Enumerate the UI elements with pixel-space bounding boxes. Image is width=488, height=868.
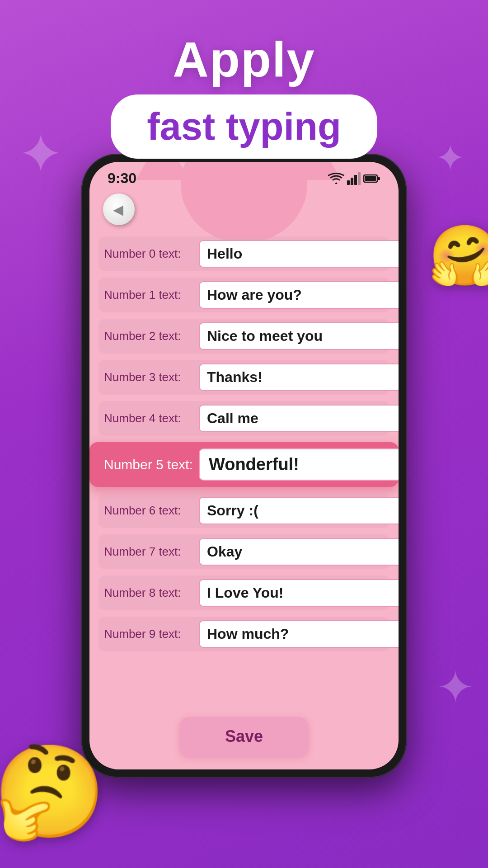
svg-rect-2 xyxy=(354,175,357,185)
back-arrow-icon: ◀ xyxy=(113,202,123,217)
row-input-6[interactable] xyxy=(199,497,399,524)
thinking-emoji: 🤔 xyxy=(0,739,106,845)
row-label-8: Number 8 text: xyxy=(104,586,199,600)
hugging-emoji: 🤗 xyxy=(428,222,488,290)
text-row-8: Number 8 text: xyxy=(99,576,389,610)
row-label-4: Number 4 text: xyxy=(104,411,199,425)
row-label-9: Number 9 text: xyxy=(104,627,199,641)
text-row-4: Number 4 text: xyxy=(99,401,389,436)
row-input-5[interactable] xyxy=(199,448,399,481)
fast-typing-label: fast typing xyxy=(147,105,341,148)
row-label-6: Number 6 text: xyxy=(104,504,199,518)
text-row-6: Number 6 text: xyxy=(99,493,389,528)
signal-icon xyxy=(347,172,361,185)
wifi-icon xyxy=(328,172,344,185)
phone-screen: 9:30 xyxy=(89,162,399,769)
text-row-3: Number 3 text: xyxy=(99,360,389,395)
row-label-1: Number 1 text: xyxy=(104,288,199,302)
phone-mockup: 9:30 xyxy=(81,154,407,778)
status-time: 9:30 xyxy=(108,170,136,187)
row-input-1[interactable] xyxy=(199,281,399,309)
text-rows-container: Number 0 text:Number 1 text:Number 2 tex… xyxy=(89,232,399,769)
row-input-0[interactable] xyxy=(199,240,399,268)
phone-frame: 9:30 xyxy=(81,154,407,778)
save-button[interactable]: Save xyxy=(180,717,308,756)
header: Apply fast typing xyxy=(0,0,488,159)
row-input-4[interactable] xyxy=(199,405,399,432)
fast-typing-badge: fast typing xyxy=(111,94,377,159)
svg-rect-5 xyxy=(365,176,376,181)
row-input-9[interactable] xyxy=(199,620,399,648)
svg-rect-3 xyxy=(358,172,361,185)
text-row-5: Number 5 text: xyxy=(89,442,399,487)
row-input-3[interactable] xyxy=(199,363,399,391)
row-input-8[interactable] xyxy=(199,579,399,607)
status-bar: 9:30 xyxy=(89,162,399,191)
battery-icon xyxy=(363,174,380,184)
svg-rect-0 xyxy=(347,180,350,185)
row-label-0: Number 0 text: xyxy=(104,247,199,261)
text-row-2: Number 2 text: xyxy=(99,319,389,354)
apply-title: Apply xyxy=(0,32,488,86)
save-button-wrapper: Save xyxy=(180,717,308,756)
svg-rect-6 xyxy=(378,177,380,180)
svg-rect-1 xyxy=(351,178,353,185)
row-input-2[interactable] xyxy=(199,322,399,350)
row-input-7[interactable] xyxy=(199,538,399,566)
sparkle-icon-br: ✦ xyxy=(436,665,474,710)
back-button[interactable]: ◀ xyxy=(103,193,135,225)
row-label-5: Number 5 text: xyxy=(104,457,199,472)
status-icons xyxy=(328,172,380,185)
text-row-9: Number 9 text: xyxy=(99,617,389,651)
text-row-1: Number 1 text: xyxy=(99,278,389,312)
row-label-7: Number 7 text: xyxy=(104,545,199,559)
row-label-3: Number 3 text: xyxy=(104,370,199,384)
text-row-0: Number 0 text: xyxy=(99,236,389,271)
text-row-7: Number 7 text: xyxy=(99,534,389,569)
row-label-2: Number 2 text: xyxy=(104,329,199,343)
